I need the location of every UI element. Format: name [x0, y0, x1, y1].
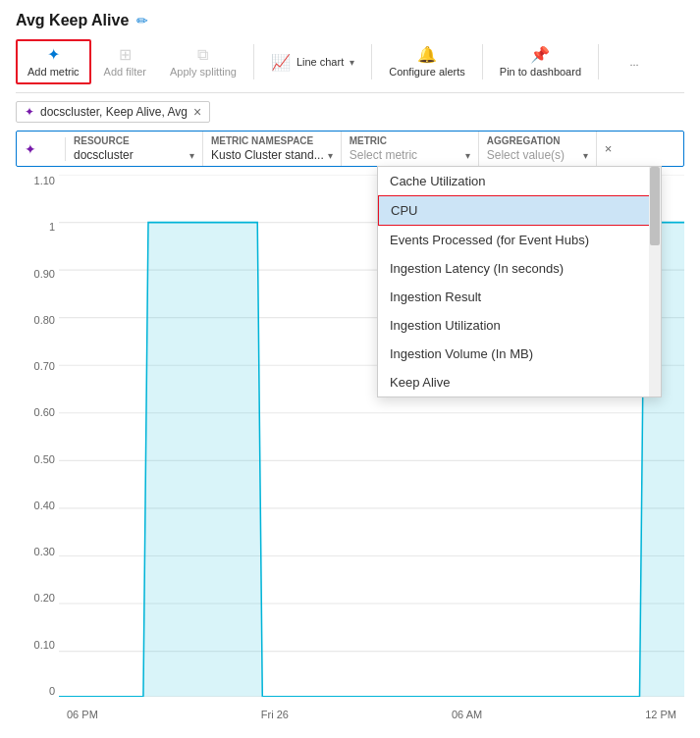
page-title: Avg Keep Alive	[16, 12, 129, 29]
metric-column[interactable]: METRIC Select metric ▾	[342, 132, 479, 166]
metric-select[interactable]: Select metric ▾	[350, 148, 470, 162]
x-axis-label: 06 AM	[452, 709, 482, 720]
y-axis-label: 0.90	[34, 268, 55, 280]
dropdown-item[interactable]: Cache Utilization	[378, 167, 661, 195]
dropdown-item[interactable]: Ingestion Result	[378, 283, 661, 311]
toolbar-divider-1	[253, 44, 254, 79]
tag-row: ✦ docscluster, Keep Alive, Avg ×	[16, 101, 684, 123]
add-filter-icon: ⊞	[119, 45, 132, 64]
namespace-select[interactable]: Kusto Cluster stand... ▾	[211, 148, 333, 162]
y-axis-label: 0.10	[34, 639, 55, 651]
tag-close-button[interactable]: ×	[193, 105, 201, 119]
namespace-column[interactable]: METRIC NAMESPACE Kusto Cluster stand... …	[203, 132, 342, 166]
add-metric-icon: ✦	[47, 45, 60, 64]
configure-alerts-icon: 🔔	[417, 45, 437, 64]
metric-tag: ✦ docscluster, Keep Alive, Avg ×	[16, 101, 210, 123]
x-axis-labels: 06 PMFri 2606 AM12 PM	[59, 703, 684, 726]
more-button[interactable]: ...	[605, 51, 664, 74]
dropdown-scrollbar[interactable]	[649, 167, 661, 396]
scrollbar-thumb[interactable]	[650, 167, 660, 245]
dropdown-item[interactable]: Keep Alive	[378, 368, 661, 396]
aggregation-column[interactable]: AGGREGATION Select value(s) ▾	[479, 132, 597, 166]
metric-caret: ▾	[465, 150, 470, 161]
dropdown-item[interactable]: Ingestion Volume (In MB)	[378, 340, 661, 368]
resource-caret: ▾	[189, 150, 194, 161]
dropdown-item[interactable]: Events Processed (for Event Hubs)	[378, 226, 661, 254]
y-axis-label: 0.40	[34, 500, 55, 511]
add-filter-button[interactable]: ⊞ Add filter	[93, 40, 157, 83]
line-chart-icon: 📈	[271, 53, 291, 72]
aggregation-caret: ▾	[583, 150, 588, 161]
tag-text: docscluster, Keep Alive, Avg	[40, 105, 188, 119]
metric-placeholder: Select metric	[350, 148, 417, 162]
aggregation-placeholder: Select value(s)	[487, 148, 565, 162]
apply-splitting-button[interactable]: ⧉ Apply splitting	[159, 41, 247, 83]
dropdown-item[interactable]: Ingestion Latency (In seconds)	[378, 254, 661, 283]
metric-dropdown: Cache UtilizationCPUEvents Processed (fo…	[377, 166, 662, 397]
dropdown-item[interactable]: CPU	[378, 195, 661, 226]
resource-type-icon: ✦	[25, 141, 57, 157]
line-chart-button[interactable]: 📈 Line chart ▾	[260, 48, 365, 77]
toolbar-divider-3	[482, 44, 483, 79]
edit-icon[interactable]: ✏	[136, 13, 148, 28]
resource-value: docscluster	[74, 148, 134, 162]
metric-header: METRIC	[350, 135, 470, 146]
namespace-header: METRIC NAMESPACE	[211, 135, 333, 146]
namespace-value: Kusto Cluster stand...	[211, 148, 324, 162]
add-metric-button[interactable]: ✦ Add metric	[16, 39, 91, 84]
y-axis-label: 1	[49, 221, 55, 233]
y-axis-label: 1.10	[34, 175, 55, 186]
y-axis-label: 0.80	[34, 314, 55, 326]
aggregation-select[interactable]: Select value(s) ▾	[487, 148, 588, 162]
selector-close-button[interactable]: ×	[597, 141, 620, 156]
y-axis-label: 0.50	[34, 453, 55, 465]
y-axis-label: 0	[49, 685, 55, 697]
x-axis-label: 12 PM	[645, 709, 676, 720]
y-axis-label: 0.20	[34, 592, 55, 604]
resource-column[interactable]: RESOURCE docscluster ▾	[66, 132, 203, 166]
scrollbar-track	[649, 167, 661, 396]
configure-alerts-button[interactable]: 🔔 Configure alerts	[378, 40, 476, 83]
namespace-caret: ▾	[328, 150, 333, 161]
resource-header: RESOURCE	[74, 135, 194, 146]
metric-selector-container: ✦ RESOURCE docscluster ▾ METRIC NAMESPAC…	[16, 131, 684, 171]
x-axis-label: Fri 26	[261, 709, 289, 720]
toolbar-divider-2	[371, 44, 372, 79]
pin-icon: 📌	[530, 45, 550, 64]
metric-icon-col: ✦	[17, 137, 66, 161]
dropdown-list: Cache UtilizationCPUEvents Processed (fo…	[378, 167, 661, 396]
y-axis-label: 0.70	[34, 360, 55, 372]
apply-splitting-icon: ⧉	[197, 46, 208, 64]
toolbar-divider-4	[598, 44, 599, 79]
line-chart-caret: ▾	[350, 57, 354, 68]
pin-to-dashboard-button[interactable]: 📌 Pin to dashboard	[489, 40, 592, 83]
aggregation-header: AGGREGATION	[487, 135, 588, 146]
y-axis-label: 0.30	[34, 546, 55, 557]
tag-icon: ✦	[25, 105, 34, 119]
x-axis-label: 06 PM	[67, 709, 98, 720]
y-axis-label: 0.60	[34, 406, 55, 418]
dropdown-item[interactable]: Ingestion Utilization	[378, 311, 661, 340]
metric-selector-bar: ✦ RESOURCE docscluster ▾ METRIC NAMESPAC…	[16, 131, 684, 167]
y-axis-labels: 1.1010.900.800.700.600.500.400.300.200.1…	[16, 175, 59, 697]
resource-select[interactable]: docscluster ▾	[74, 148, 194, 162]
toolbar: ✦ Add metric ⊞ Add filter ⧉ Apply splitt…	[16, 39, 684, 93]
